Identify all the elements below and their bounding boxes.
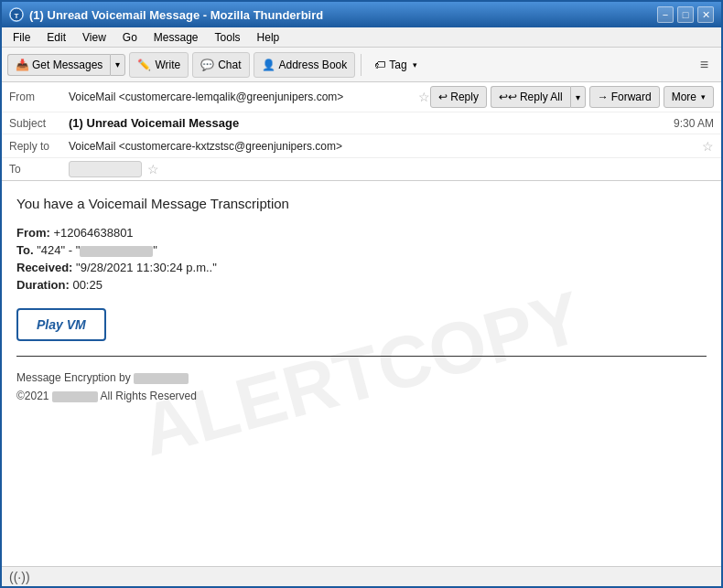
rights-reserved: All Rights Reserved	[101, 390, 197, 402]
forward-button[interactable]: → Forward	[589, 86, 660, 108]
message-header: From VoiceMail <customercare-lemqalik@gr…	[2, 82, 721, 181]
hamburger-menu-button[interactable]: ≡	[693, 54, 716, 76]
get-messages-button[interactable]: 📥 Get Messages	[7, 54, 110, 76]
reply-all-split-button[interactable]: ↩↩ Reply All ▾	[491, 86, 586, 108]
duration-value: 00:25	[72, 278, 103, 292]
timestamp: 9:30 AM	[674, 117, 714, 130]
menu-file[interactable]: File	[5, 29, 38, 46]
reply-to-value: VoiceMail <customercare-kxtzstsc@greenju…	[69, 140, 696, 153]
menu-message[interactable]: Message	[146, 29, 206, 46]
to-field-value: "424" - ""	[37, 243, 157, 257]
message-actions: ↩ Reply ↩↩ Reply All ▾ → Forward More ▾	[430, 86, 714, 108]
address-book-label: Address Book	[279, 59, 348, 71]
write-button[interactable]: ✏️ Write	[129, 52, 189, 78]
menu-help[interactable]: Help	[250, 29, 287, 46]
reply-to-star-icon[interactable]: ☆	[702, 139, 714, 154]
received-field: Received: "9/28/2021 11:30:24 p.m.."	[16, 261, 707, 274]
toolbar-separator	[361, 54, 362, 76]
subject-row: Subject (1) Unread Voicemail Message 9:3…	[2, 112, 721, 134]
reply-button[interactable]: ↩ Reply	[430, 86, 487, 108]
to-field-label: To.	[16, 243, 34, 257]
to-row: To ☆	[2, 158, 721, 180]
from-star-icon[interactable]: ☆	[418, 90, 430, 104]
get-messages-split-button[interactable]: 📥 Get Messages ▾	[7, 54, 125, 76]
play-vm-button[interactable]: Play VM	[16, 308, 106, 341]
forward-icon: →	[598, 91, 609, 103]
from-field: From: +12064638801	[16, 226, 707, 240]
message-body: ALERTCOPY You have a Voicemail Message T…	[2, 181, 721, 566]
reply-icon: ↩	[438, 91, 448, 103]
write-icon: ✏️	[137, 59, 151, 71]
reply-all-dropdown[interactable]: ▾	[570, 86, 586, 108]
from-field-value: +12064638801	[53, 226, 133, 240]
menu-view[interactable]: View	[75, 29, 113, 46]
reply-label: Reply	[450, 91, 479, 103]
get-messages-dropdown[interactable]: ▾	[110, 54, 125, 76]
from-row: From VoiceMail <customercare-lemqalik@gr…	[2, 82, 721, 112]
tag-icon: 🏷	[374, 59, 385, 71]
status-icon: ((·))	[9, 570, 30, 584]
duration-label: Duration:	[16, 278, 70, 292]
reply-to-row: Reply to VoiceMail <customercare-kxtzsts…	[2, 134, 721, 158]
maximize-button[interactable]: □	[677, 6, 694, 23]
toolbar: 📥 Get Messages ▾ ✏️ Write 💬 Chat 👤 Addre…	[2, 48, 721, 82]
to-field: To. "424" - ""	[16, 243, 707, 257]
message-title: You have a Voicemail Message Transcripti…	[16, 196, 707, 211]
chat-label: Chat	[218, 59, 241, 71]
status-bar: ((·))	[2, 566, 721, 586]
title-bar-left: T (1) Unread Voicemail Message - Mozilla…	[9, 7, 323, 22]
get-messages-icon: 📥	[16, 59, 29, 71]
more-button[interactable]: More ▾	[664, 86, 714, 108]
app-icon: T	[9, 7, 24, 22]
window-title: (1) Unread Voicemail Message - Mozilla T…	[29, 8, 323, 22]
menu-edit[interactable]: Edit	[39, 29, 73, 46]
copyright-footer: ©2021 All Rights Reserved	[16, 390, 707, 402]
svg-text:T: T	[15, 12, 19, 20]
reply-all-icon: ↩↩	[499, 91, 517, 103]
address-book-button[interactable]: 👤 Address Book	[254, 52, 356, 78]
message-content: You have a Voicemail Message Transcripti…	[16, 196, 707, 402]
close-button[interactable]: ✕	[697, 6, 714, 23]
tag-label: Tag	[389, 59, 406, 71]
forward-label: Forward	[611, 91, 652, 103]
chat-button[interactable]: 💬 Chat	[192, 52, 249, 78]
subject-value: (1) Unread Voicemail Message	[69, 116, 666, 130]
subject-label: Subject	[9, 117, 69, 130]
title-bar: T (1) Unread Voicemail Message - Mozilla…	[2, 2, 721, 27]
from-field-label: From:	[16, 226, 50, 240]
reply-all-button[interactable]: ↩↩ Reply All	[491, 86, 570, 108]
duration-field: Duration: 00:25	[16, 278, 707, 292]
more-dropdown-arrow: ▾	[701, 92, 706, 102]
tag-button[interactable]: 🏷 Tag ▾	[367, 56, 424, 74]
more-label: More	[672, 91, 696, 103]
tag-dropdown-arrow: ▾	[413, 60, 417, 69]
menu-go[interactable]: Go	[115, 29, 145, 46]
get-messages-label: Get Messages	[32, 59, 103, 71]
received-label: Received:	[16, 261, 72, 274]
address-book-icon: 👤	[262, 59, 275, 71]
minimize-button[interactable]: −	[657, 6, 674, 23]
encryption-label: Message Encryption by	[16, 371, 131, 384]
window-controls: − □ ✕	[657, 6, 714, 23]
divider	[16, 356, 707, 357]
chat-icon: 💬	[200, 59, 214, 71]
encryption-footer: Message Encryption by	[16, 371, 707, 384]
copyright-symbol: ©2021	[16, 390, 49, 402]
main-window: T (1) Unread Voicemail Message - Mozilla…	[0, 0, 723, 588]
to-label: To	[9, 163, 69, 176]
to-value-box	[69, 161, 142, 177]
write-label: Write	[155, 59, 180, 71]
to-star-icon[interactable]: ☆	[147, 162, 159, 176]
reply-to-label: Reply to	[9, 140, 69, 153]
menu-tools[interactable]: Tools	[208, 29, 248, 46]
from-value: VoiceMail <customercare-lemqalik@greenju…	[69, 91, 413, 103]
copyright-redacted	[52, 391, 98, 402]
from-label: From	[9, 91, 69, 103]
menu-bar: File Edit View Go Message Tools Help	[2, 27, 721, 48]
encryption-redacted	[134, 373, 189, 384]
reply-all-label: Reply All	[520, 91, 563, 103]
received-value: "9/28/2021 11:30:24 p.m.."	[76, 261, 217, 274]
